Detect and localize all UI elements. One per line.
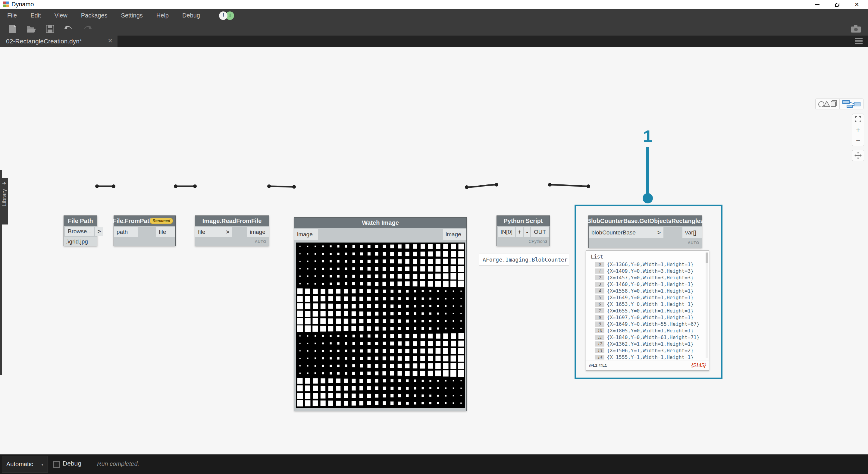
- geometry-view-button[interactable]: [815, 99, 839, 109]
- python-engine-label[interactable]: CPython3: [529, 239, 547, 244]
- toolbar: [0, 22, 868, 35]
- wire-readfile-to-watch[interactable]: [269, 186, 294, 187]
- tab-close-icon[interactable]: ✕: [107, 37, 113, 44]
- minimize-button[interactable]: [808, 0, 827, 9]
- callout-line: [646, 147, 649, 195]
- zoom-out-button[interactable]: −: [852, 135, 864, 146]
- input-port-file[interactable]: file >: [195, 227, 232, 237]
- menu-edit[interactable]: Edit: [30, 12, 41, 19]
- lacing-label: AUTO: [255, 239, 266, 244]
- file-path-value[interactable]: .\grid.jpg: [64, 237, 97, 246]
- node-blobcounter-getobjectsrectangles[interactable]: BlobCounterBase.GetObjectsRectangles blo…: [588, 215, 702, 248]
- list-index: 13: [595, 348, 604, 353]
- export-image-camera-button[interactable]: [850, 24, 861, 34]
- blob-output-preview[interactable]: List 0{X=1366,Y=0,Width=1,Height=1} 1{X=…: [586, 250, 709, 371]
- close-button[interactable]: ✕: [847, 0, 866, 9]
- output-port-file[interactable]: file: [156, 227, 175, 237]
- graph-view-button[interactable]: [840, 99, 864, 109]
- tab-active-document[interactable]: 02-RectangleCreation.dyn* ✕: [0, 35, 118, 47]
- input-port-image[interactable]: image: [294, 229, 318, 240]
- list-index: 1: [595, 268, 604, 274]
- browse-button[interactable]: Browse...: [65, 227, 94, 236]
- list-item: 4{X=1558,Y=0,Width=1,Height=1}: [595, 288, 705, 294]
- output-port-var[interactable]: var[]: [682, 227, 702, 238]
- debug-checkbox[interactable]: [53, 461, 60, 468]
- pan-button[interactable]: [852, 150, 864, 161]
- list-item: 3{X=1460,Y=0,Width=1,Height=1}: [595, 281, 705, 288]
- tab-bar: 02-RectangleCreation.dyn* ✕: [0, 35, 868, 47]
- node-python-script[interactable]: Python Script IN[0] + - OUT CPython3: [497, 215, 550, 246]
- node-blobcounter-title[interactable]: BlobCounterBase.GetObjectsRectangles: [589, 216, 702, 226]
- debug-checkbox-label: Debug: [63, 460, 81, 467]
- output-port-image[interactable]: image: [247, 227, 269, 237]
- node-image-readfromfile[interactable]: Image.ReadFromFile file > image AUTO: [195, 215, 269, 246]
- list-index: 12: [595, 342, 604, 347]
- input-port-in0[interactable]: IN[0]: [498, 227, 515, 237]
- add-input-button[interactable]: +: [516, 227, 523, 237]
- node-file-path-title[interactable]: File Path: [64, 216, 97, 226]
- undo-button[interactable]: [63, 24, 74, 34]
- menu-view[interactable]: View: [55, 12, 67, 19]
- list-levels-label[interactable]: @L2 @L1: [589, 363, 607, 367]
- list-item: 13{X=1506,Y=1,Width=3,Height=2}: [595, 347, 705, 354]
- renamed-badge: Renamed: [150, 218, 173, 224]
- menu-file[interactable]: File: [7, 12, 17, 19]
- restore-button[interactable]: [828, 0, 846, 9]
- list-item: 2{X=1457,Y=0,Width=3,Height=3}: [595, 274, 705, 281]
- use-default-chevron-icon[interactable]: >: [226, 229, 229, 235]
- expand-arrow-icon: ➜: [2, 180, 6, 186]
- new-file-button[interactable]: [7, 24, 18, 34]
- wire-python-to-blob[interactable]: [550, 185, 588, 186]
- menu-bar: File Edit View Packages Settings Help De…: [0, 9, 868, 22]
- list-item: 5{X=1649,Y=0,Width=1,Height=1}: [595, 294, 705, 301]
- list-item: 14{X=1555,Y=1,Width=1,Height=1}: [595, 354, 705, 359]
- input-port-blobcounterbase[interactable]: blobCounterBase >: [589, 227, 663, 238]
- node-python-script-title[interactable]: Python Script: [497, 216, 550, 226]
- node-file-frompath-title[interactable]: File.FromPath Renamed: [114, 216, 175, 226]
- output-port-image[interactable]: image: [443, 229, 466, 240]
- graph-canvas[interactable]: ➜ Library File Path Browse... > .\grid.j…: [0, 47, 868, 454]
- callout-dot: [643, 193, 653, 203]
- node-watch-image-title[interactable]: Watch Image: [294, 217, 466, 228]
- menu-debug[interactable]: Debug: [182, 12, 200, 19]
- menu-settings[interactable]: Settings: [121, 12, 143, 19]
- list-index: 14: [595, 355, 604, 360]
- library-expand-tab[interactable]: ➜ Library: [0, 178, 8, 225]
- python-note[interactable]: AForge.Imaging.BlobCounter: [479, 253, 569, 266]
- output-port-filepath[interactable]: >: [95, 227, 103, 236]
- tab-list-menu-icon[interactable]: [855, 38, 863, 44]
- list-item: 0{X=1366,Y=0,Width=1,Height=1}: [595, 261, 705, 268]
- list-index: 11: [595, 335, 604, 340]
- list-index: 2: [595, 275, 604, 280]
- run-status-message: Run completed.: [97, 461, 139, 467]
- menu-packages[interactable]: Packages: [81, 12, 107, 19]
- input-port-path[interactable]: path: [114, 227, 138, 237]
- lacing-label: AUTO: [687, 240, 699, 245]
- run-mode-dropdown[interactable]: Automatic ▾: [2, 456, 48, 473]
- list-item: 8{X=1697,Y=0,Width=1,Height=1}: [595, 314, 705, 321]
- preview-scrollbar[interactable]: [706, 253, 708, 358]
- save-button[interactable]: [44, 24, 56, 34]
- title-bar: Dynamo ✕: [0, 0, 868, 9]
- node-file-frompath[interactable]: File.FromPath Renamed path file: [114, 215, 176, 246]
- preview-scrollbar-thumb[interactable]: [706, 253, 708, 263]
- redo-button[interactable]: [82, 24, 93, 34]
- list-index: 0: [595, 262, 604, 267]
- list-index: 7: [595, 308, 604, 314]
- watch-image-preview: [296, 242, 465, 408]
- alert-badge-icon[interactable]: !: [219, 11, 227, 20]
- node-watch-image[interactable]: Watch Image image image: [294, 217, 467, 411]
- menu-help[interactable]: Help: [156, 12, 169, 19]
- fit-to-screen-button[interactable]: [852, 114, 864, 124]
- zoom-in-button[interactable]: +: [852, 124, 864, 135]
- output-port-out[interactable]: OUT: [531, 227, 549, 237]
- open-file-button[interactable]: [26, 24, 37, 34]
- list-item: 1{X=1409,Y=0,Width=3,Height=3}: [595, 268, 705, 274]
- wire-watch-to-python[interactable]: [467, 185, 497, 187]
- remove-input-button[interactable]: -: [524, 227, 530, 237]
- library-tab-label: Library: [1, 189, 7, 206]
- node-file-path[interactable]: File Path Browse... > .\grid.jpg: [64, 215, 97, 246]
- preview-root-label[interactable]: List: [591, 254, 705, 260]
- node-image-readfromfile-title[interactable]: Image.ReadFromFile: [195, 216, 269, 226]
- use-default-chevron-icon[interactable]: >: [657, 229, 661, 236]
